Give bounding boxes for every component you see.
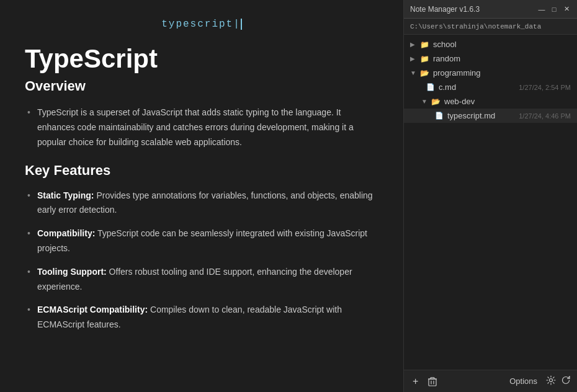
gear-icon — [546, 375, 556, 385]
feature-3-label: Tooling Support: — [37, 267, 107, 277]
trash-icon — [428, 376, 437, 386]
refresh-icon — [561, 375, 571, 385]
file-icon: 📄 — [435, 112, 444, 120]
chevron-down-icon: ▼ — [410, 69, 416, 76]
folder-programming[interactable]: ▼ 📂 programming — [404, 66, 577, 80]
svg-rect-0 — [429, 379, 436, 386]
logo-text: typescript — [161, 19, 233, 30]
add-button[interactable]: + — [410, 375, 421, 388]
feature-item-3: Tooling Support: Offers robust tooling a… — [37, 265, 378, 295]
delete-button[interactable] — [426, 375, 439, 388]
options-button[interactable]: Options — [509, 376, 537, 386]
feature-2-label: Compatibility: — [37, 228, 95, 238]
file-cmd[interactable]: 📄 c.md 1/27/24, 2:54 PM — [404, 80, 577, 94]
feature-item-4: ECMAScript Compatibility: Compiles down … — [37, 303, 378, 332]
file-icon: 📄 — [426, 83, 435, 91]
title-bar: Note Manager v1.6.3 — □ ✕ — [404, 0, 577, 19]
app-title: Note Manager v1.6.3 — [410, 5, 480, 14]
refresh-button[interactable] — [561, 375, 571, 387]
feature-item-2: Compatibility: TypeScript code can be se… — [37, 226, 378, 256]
folder-school-label: school — [433, 40, 571, 49]
settings-button[interactable] — [546, 375, 556, 387]
folder-random-label: random — [433, 54, 571, 63]
chevron-down-icon: ▼ — [421, 98, 427, 105]
folder-open-icon: 📂 — [420, 69, 429, 78]
folder-icon: 📁 — [420, 40, 429, 49]
folder-school[interactable]: ▶ 📁 school — [404, 37, 577, 51]
file-typescript-label: typescript.md — [447, 111, 515, 120]
folder-icon: 📁 — [420, 55, 429, 63]
folder-programming-label: programming — [433, 68, 571, 78]
site-header: typescript| — [25, 19, 378, 30]
folder-open-icon: 📂 — [431, 97, 441, 106]
folder-web-dev[interactable]: ▼ 📂 web-dev — [404, 94, 577, 109]
bottom-bar: + Options — [404, 370, 577, 392]
minimize-button[interactable]: — — [537, 5, 546, 14]
feature-1-label: Static Typing: — [37, 190, 94, 200]
svg-rect-1 — [431, 377, 434, 378]
file-cmd-label: c.md — [439, 82, 515, 92]
folder-path: C:\Users\strahinja\notemark_data — [410, 23, 541, 30]
chevron-right-icon: ▶ — [410, 41, 416, 48]
file-tree: ▶ 📁 school ▶ 📁 random ▼ 📂 programming 📄 … — [404, 35, 577, 370]
folder-random[interactable]: ▶ 📁 random — [404, 51, 577, 66]
feature-item-1: Static Typing: Provides type annotations… — [37, 189, 378, 218]
file-typescript-timestamp: 1/27/24, 4:46 PM — [519, 112, 571, 120]
content-area: typescript| TypeScript Overview TypeScri… — [0, 0, 403, 392]
overview-heading: Overview — [25, 78, 378, 94]
chevron-right-icon: ▶ — [410, 55, 416, 62]
window-controls: — □ ✕ — [537, 5, 571, 14]
site-logo: typescript| — [161, 19, 242, 30]
path-bar: C:\Users\strahinja\notemark_data — [404, 19, 577, 35]
close-button[interactable]: ✕ — [562, 5, 571, 14]
doc-title: TypeScript — [25, 45, 378, 73]
feature-4-label: ECMAScript Compatibility: — [37, 305, 148, 314]
file-typescript[interactable]: 📄 typescript.md 1/27/24, 4:46 PM — [404, 109, 577, 123]
folder-webdev-label: web-dev — [444, 97, 571, 106]
note-manager-panel: Note Manager v1.6.3 — □ ✕ C:\Users\strah… — [403, 0, 577, 392]
overview-text: TypeScript is a superset of JavaScript t… — [37, 105, 378, 149]
file-cmd-timestamp: 1/27/24, 2:54 PM — [519, 84, 571, 91]
maximize-button[interactable]: □ — [550, 5, 558, 14]
key-features-heading: Key Features — [25, 163, 378, 179]
svg-point-3 — [550, 379, 553, 382]
